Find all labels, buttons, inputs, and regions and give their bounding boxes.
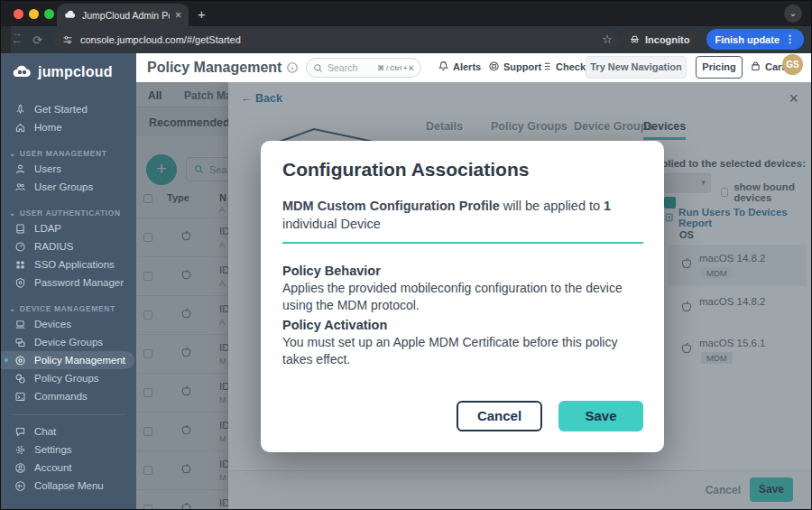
sidebar-item-label: Password Manager	[34, 277, 124, 288]
chevron-down-icon: ⌄	[9, 149, 16, 158]
support-button[interactable]: Support	[488, 60, 541, 72]
cancel-button[interactable]: Cancel	[457, 401, 542, 431]
traffic-light-minimize[interactable]	[29, 9, 39, 19]
address-bar[interactable]: console.jumpcloud.com/#/getStarted	[53, 30, 620, 50]
new-tab-button[interactable]: +	[198, 6, 206, 22]
policy-behavior-title: Policy Behavior	[282, 263, 647, 280]
chevron-down-icon: ⌄	[9, 209, 16, 218]
sidebar-item-devices[interactable]: Devices	[1, 315, 136, 333]
rocket-icon	[14, 104, 26, 116]
user-icon	[14, 163, 26, 175]
support-icon	[488, 60, 500, 72]
sidebar-item-label: Settings	[34, 444, 72, 455]
sidebar-item-password-manager[interactable]: Password Manager	[1, 274, 136, 292]
section-label: USER MANAGEMENT	[20, 149, 107, 158]
search-shortcut-hint: ⌘ / Ctrl + K	[377, 64, 414, 72]
section-user-management[interactable]: ⌄USER MANAGEMENT	[1, 147, 136, 160]
sidebar-item-commands[interactable]: Commands	[1, 387, 136, 405]
browser-tab[interactable]: JumpCloud Admin Portal ×	[57, 4, 189, 26]
sidebar-item-sso-applications[interactable]: SSO Applications	[1, 255, 136, 274]
tab-title: JumpCloud Admin Portal	[82, 10, 170, 21]
sidebar-item-label: User Groups	[34, 181, 93, 192]
teal-divider	[282, 242, 643, 244]
policy-behavior-section: Policy Behavior Applies the provided mob…	[282, 263, 647, 313]
finish-update-button[interactable]: Finish update ⋮	[706, 29, 805, 50]
configuration-associations-modal: Configuration Associations MDM Custom Co…	[261, 141, 664, 452]
chevron-down-icon: ⌄	[9, 304, 16, 313]
incognito-icon	[629, 33, 641, 45]
chat-icon	[14, 426, 26, 438]
incognito-badge: Incognito	[620, 30, 699, 50]
sidebar-item-label: Collapse Menu	[34, 480, 104, 491]
info-icon[interactable]	[286, 61, 299, 74]
url-text: console.jumpcloud.com/#/getStarted	[80, 34, 241, 45]
finish-update-label: Finish update	[715, 34, 780, 45]
policy-management-icon	[14, 355, 26, 366]
sidebar-item-ldap[interactable]: LDAP	[1, 219, 136, 237]
sidebar-item-device-groups[interactable]: Device Groups	[1, 333, 136, 351]
alerts-button[interactable]: Alerts	[438, 60, 481, 72]
section-label: USER AUTHENTICATION	[20, 209, 121, 218]
save-button[interactable]: Save	[558, 401, 643, 431]
alerts-label: Alerts	[453, 61, 481, 72]
sidebar-item-label: RADIUS	[34, 241, 73, 252]
sidebar-item-label: Policy Management	[34, 355, 125, 366]
jumpcloud-favicon	[64, 9, 77, 22]
global-search-input[interactable]: Search ⌘ / Ctrl + K	[306, 58, 421, 78]
device-groups-icon	[14, 337, 26, 348]
policy-activation-title: Policy Activation	[282, 317, 647, 334]
sidebar-item-settings[interactable]: Settings	[1, 440, 136, 459]
sidebar-item-label: Users	[34, 163, 61, 174]
tab-overflow-chevron-icon[interactable]: ⌄	[784, 5, 802, 23]
brand-name: jumpcloud	[38, 64, 113, 80]
device-count: 1	[604, 199, 611, 213]
sidebar-item-policy-groups[interactable]: Policy Groups	[1, 369, 136, 387]
bookmark-star-icon[interactable]: ☆	[602, 32, 613, 46]
checklist-icon	[540, 60, 552, 72]
sidebar-item-home[interactable]: Home	[1, 118, 136, 136]
sidebar-item-label: Devices	[34, 319, 71, 329]
browser-tabstrip: JumpCloud Admin Portal × + ⌄	[1, 1, 811, 26]
policy-activation-text: You must set up an Apple MDM Certificate…	[282, 335, 617, 366]
kebab-icon[interactable]: ⋮	[785, 33, 795, 45]
sidebar-divider	[12, 414, 125, 415]
support-label: Support	[503, 61, 541, 72]
sidebar-item-account[interactable]: Account	[1, 459, 136, 477]
site-settings-icon[interactable]	[62, 34, 73, 45]
app-header: Policy Management Search ⌘ / Ctrl + K Al…	[136, 53, 812, 82]
home-icon	[14, 122, 26, 134]
try-new-navigation-button[interactable]: Try New Navigation	[586, 56, 687, 79]
sidebar-item-collapse-menu[interactable]: Collapse Menu	[1, 477, 136, 495]
sidebar-item-label: Commands	[34, 391, 88, 402]
sidebar-item-label: Chat	[34, 426, 56, 437]
cart-button[interactable]: Cart	[750, 60, 785, 72]
page-title: Policy Management	[147, 60, 281, 76]
sidebar-item-label: LDAP	[34, 223, 61, 234]
sso-grid-icon	[14, 259, 26, 271]
sidebar-item-radius[interactable]: RADIUS	[1, 237, 136, 255]
sidebar-item-get-started[interactable]: Get Started	[1, 100, 136, 118]
devices-icon	[14, 319, 26, 330]
sidebar-item-user-groups[interactable]: User Groups	[1, 178, 136, 196]
pricing-button[interactable]: Pricing	[696, 56, 743, 79]
summary-mid: will be applied to	[500, 199, 604, 213]
sidebar-item-policy-management[interactable]: Policy Management	[1, 351, 134, 369]
traffic-light-zoom[interactable]	[44, 9, 54, 19]
sidebar-item-label: Device Groups	[34, 337, 103, 348]
policy-groups-icon	[14, 373, 26, 385]
sidebar-item-label: Home	[34, 122, 62, 133]
password-manager-icon	[14, 277, 26, 289]
sidebar-item-users[interactable]: Users	[1, 160, 136, 178]
commands-icon	[14, 391, 26, 403]
tab-close-icon[interactable]: ×	[175, 9, 181, 22]
sidebar-item-chat[interactable]: Chat	[1, 422, 136, 440]
section-label: DEVICE MANAGEMENT	[20, 304, 115, 313]
search-icon	[313, 63, 323, 73]
jumpcloud-logo[interactable]: jumpcloud	[1, 53, 136, 80]
traffic-light-close[interactable]	[14, 9, 23, 19]
avatar[interactable]: GS	[782, 54, 803, 75]
section-user-authentication[interactable]: ⌄USER AUTHENTICATION	[1, 207, 136, 219]
sidebar-item-label: Get Started	[34, 104, 88, 115]
section-device-management[interactable]: ⌄DEVICE MANAGEMENT	[1, 302, 136, 315]
browser-window: JumpCloud Admin Portal × + ⌄ ← → ⟳ conso…	[0, 0, 812, 510]
